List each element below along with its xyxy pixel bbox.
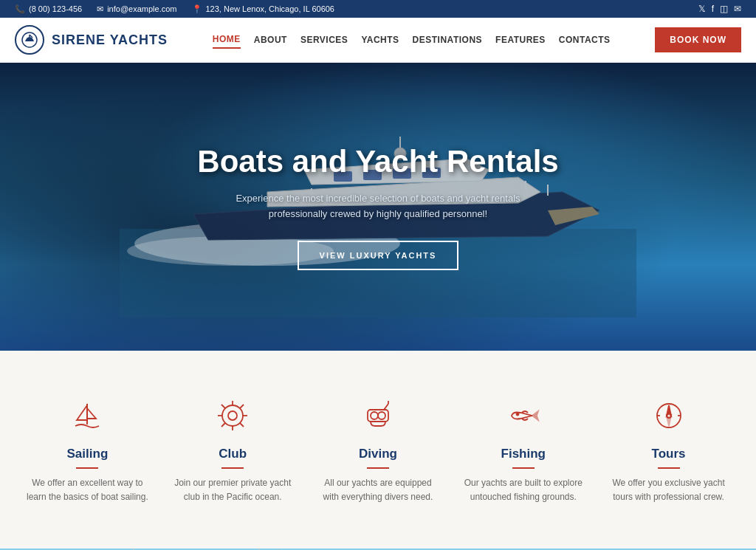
email-icon: ✉ xyxy=(97,4,103,14)
sailing-desc: We offer an excellent way to learn the b… xyxy=(26,476,149,504)
book-now-button[interactable]: BOOK NOW xyxy=(655,27,741,52)
nav-home[interactable]: HOME xyxy=(213,31,241,49)
svg-point-27 xyxy=(371,412,378,419)
facebook-icon[interactable]: f xyxy=(712,4,714,14)
hero-content: Boats and Yacht Rentals Experience the m… xyxy=(182,128,573,285)
feature-fishing: Fishing Our yachts are built to explore … xyxy=(450,380,596,519)
mail-icon[interactable]: ✉ xyxy=(734,4,741,14)
club-title: Club xyxy=(171,447,295,461)
svg-marker-34 xyxy=(667,405,671,416)
hero-cta-button[interactable]: VIEW LUXURY YACHTS xyxy=(298,241,459,270)
top-bar: 📞 (8 00) 123-456 ✉ info@example.com 📍 12… xyxy=(0,0,756,18)
location-icon: 📍 xyxy=(192,4,202,14)
fishing-divider xyxy=(512,467,535,469)
nav-yachts[interactable]: YACHTS xyxy=(361,32,399,48)
club-divider xyxy=(221,467,244,469)
sailing-title: Sailing xyxy=(26,447,149,461)
phone-text: (8 00) 123-456 xyxy=(29,4,82,13)
fishing-icon xyxy=(503,395,543,436)
address-text: 123, New Lenox, Chicago, IL 60606 xyxy=(206,4,335,13)
email-info: ✉ info@example.com xyxy=(97,4,176,14)
logo: SIRENE YACHTS xyxy=(15,25,168,55)
svg-line-25 xyxy=(221,423,225,427)
svg-line-22 xyxy=(221,405,225,408)
email-text: info@example.com xyxy=(107,4,176,13)
logo-icon xyxy=(15,25,44,55)
svg-line-29 xyxy=(384,404,388,410)
sailing-icon xyxy=(67,395,108,436)
nav-services[interactable]: SERVICES xyxy=(300,32,348,48)
hero-title: Boats and Yacht Rentals xyxy=(197,143,558,180)
diving-divider xyxy=(367,467,389,469)
nav-contacts[interactable]: CONTACTS xyxy=(559,32,611,48)
svg-point-28 xyxy=(378,412,385,419)
fishing-desc: Our yachts are built to explore untouche… xyxy=(461,476,585,504)
hero-subtitle: Experience the most incredible selection… xyxy=(216,191,540,222)
sailing-divider xyxy=(76,467,98,469)
feature-club: Club Join our premier private yacht club… xyxy=(160,380,306,519)
features-section: Sailing We offer an excellent way to lea… xyxy=(0,351,756,549)
top-bar-contacts: 📞 (8 00) 123-456 ✉ info@example.com 📍 12… xyxy=(15,4,334,14)
club-desc: Join our premier private yacht club in t… xyxy=(171,476,295,504)
fishing-title: Fishing xyxy=(461,447,585,461)
svg-line-23 xyxy=(240,423,244,427)
header: SIRENE YACHTS HOME ABOUT SERVICES YACHTS… xyxy=(0,18,756,63)
svg-point-31 xyxy=(516,413,518,415)
social-links[interactable]: 𝕏 f ◫ ✉ xyxy=(698,4,741,14)
phone-info: 📞 (8 00) 123-456 xyxy=(15,4,82,14)
twitter-icon[interactable]: 𝕏 xyxy=(698,4,706,14)
instagram-icon[interactable]: ◫ xyxy=(720,4,728,14)
feature-tours: Tours We offer you exclusive yacht tours… xyxy=(596,380,741,519)
hero-section: Boats and Yacht Rentals Experience the m… xyxy=(0,63,756,351)
address-info: 📍 123, New Lenox, Chicago, IL 60606 xyxy=(192,4,335,14)
phone-icon: 📞 xyxy=(15,4,25,14)
svg-point-16 xyxy=(222,405,243,426)
logo-text: SIRENE YACHTS xyxy=(52,32,168,48)
tours-icon xyxy=(648,395,689,436)
tours-divider xyxy=(658,467,680,469)
diving-desc: All our yachts are equipped with everyth… xyxy=(317,476,440,504)
feature-sailing: Sailing We offer an excellent way to lea… xyxy=(15,380,160,519)
svg-point-17 xyxy=(228,411,237,420)
diving-title: Diving xyxy=(317,447,440,461)
svg-line-24 xyxy=(240,405,244,408)
svg-marker-35 xyxy=(667,416,671,426)
diving-icon xyxy=(357,395,398,436)
main-nav: HOME ABOUT SERVICES YACHTS DESTINATIONS … xyxy=(213,31,611,49)
club-icon xyxy=(213,395,253,436)
nav-features[interactable]: FEATURES xyxy=(495,32,546,48)
nav-destinations[interactable]: DESTINATIONS xyxy=(413,32,482,48)
tours-desc: We offer you exclusive yacht tours with … xyxy=(607,476,730,504)
tours-title: Tours xyxy=(607,447,730,461)
feature-diving: Diving All our yachts are equipped with … xyxy=(306,380,451,519)
nav-about[interactable]: ABOUT xyxy=(254,32,287,48)
